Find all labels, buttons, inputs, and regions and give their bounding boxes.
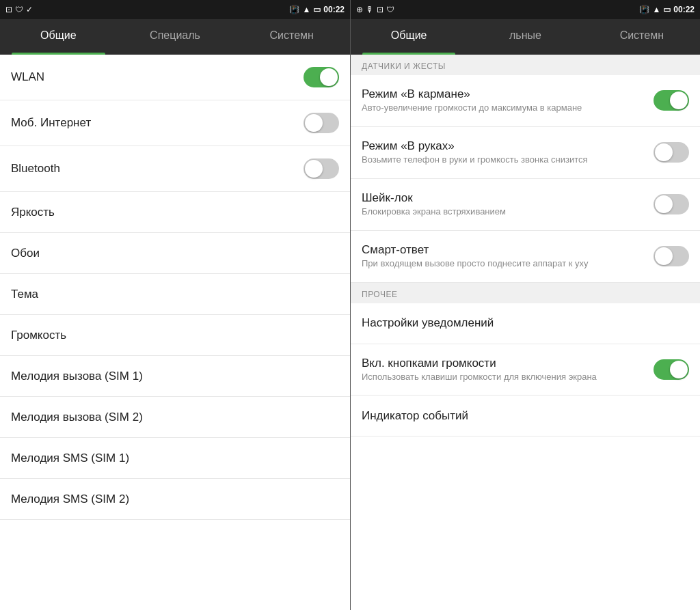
- section-sensors-header: ДАТЧИКИ И ЖЕСТЫ: [351, 55, 700, 75]
- vibrate2-icon: 📳: [639, 5, 649, 14]
- status-icons-right-left: ⊕ 🎙 ⊡ 🛡: [356, 5, 394, 14]
- setting-event-indicator[interactable]: Индикатор событий: [351, 396, 700, 436]
- tab-system-left[interactable]: Системн: [233, 19, 350, 55]
- status-icons-right: 📳 ▲ ▭ 00:22: [289, 5, 345, 14]
- pocket-mode-sublabel: Авто-увеличение громкости до максимума в…: [362, 102, 654, 114]
- volume-buttons-label: Вкл. кнопками громкости: [362, 357, 654, 370]
- settings-list-left: WLAN Моб. Интернет Bluetooth: [0, 55, 350, 610]
- setting-mob-internet[interactable]: Моб. Интернет: [0, 100, 350, 146]
- status-bar-left: ⊡ 🛡 ✓ 📳 ▲ ▭ 00:22: [0, 0, 350, 19]
- toggle-pocket-knob: [670, 92, 688, 109]
- tab-general-left[interactable]: Общие: [0, 19, 117, 55]
- setting-sms-sim1-label: Мелодия SMS (SIM 1): [11, 452, 339, 465]
- setting-mob-label: Моб. Интернет: [11, 116, 304, 130]
- setting-wallpaper-label: Обои: [11, 247, 339, 260]
- shield2-icon: 🛡: [386, 5, 394, 14]
- toggle-wlan[interactable]: [304, 67, 339, 87]
- toggle-volume-buttons-knob: [670, 361, 688, 378]
- tab-special-left[interactable]: Специаль: [117, 19, 234, 55]
- smart-answer-label: Смарт-ответ: [362, 243, 654, 257]
- toggle-smart-answer[interactable]: [654, 246, 689, 266]
- toggle-wlan-knob: [320, 68, 338, 86]
- setting-ringtone-sim2[interactable]: Мелодия вызова (SIM 2): [0, 397, 350, 438]
- time-right: 00:22: [673, 5, 695, 14]
- status-icons-left: ⊡ 🛡 ✓: [5, 5, 33, 14]
- tab-system-right[interactable]: Системн: [584, 19, 700, 55]
- toggle-bluetooth-knob: [305, 160, 323, 178]
- setting-volume-label: Громкость: [11, 329, 339, 342]
- toggle-mob-internet[interactable]: [304, 113, 339, 133]
- toggle-hand-mode[interactable]: [654, 142, 689, 163]
- wifi-icon: ▲: [302, 5, 310, 14]
- volume-buttons-sublabel: Использовать клавиши громкости для включ…: [362, 372, 654, 383]
- image-icon: ⊡: [377, 5, 383, 14]
- hand-mode-sublabel: Возьмите телефон в руки и громкость звон…: [362, 154, 654, 166]
- plus-icon: ⊕: [356, 5, 363, 14]
- setting-ringtone-sim1[interactable]: Мелодия вызова (SIM 1): [0, 356, 350, 397]
- time-left: 00:22: [323, 5, 345, 14]
- setting-ringtone-sim2-label: Мелодия вызова (SIM 2): [11, 411, 339, 424]
- setting-sms-sim2[interactable]: Мелодия SMS (SIM 2): [0, 479, 350, 520]
- smart-answer-sublabel: При входящем вызове просто поднесите апп…: [362, 258, 654, 270]
- status-icons-right-right: 📳 ▲ ▭ 00:22: [639, 5, 695, 14]
- toggle-mob-knob: [305, 114, 323, 132]
- toggle-volume-buttons[interactable]: [654, 359, 689, 380]
- section-other-header: ПРОЧЕЕ: [351, 283, 700, 303]
- vibrate-icon: 📳: [289, 5, 299, 14]
- battery-icon: ▭: [313, 5, 321, 14]
- setting-bluetooth-label: Bluetooth: [11, 162, 304, 176]
- toggle-bluetooth[interactable]: [304, 158, 339, 179]
- event-indicator-label: Индикатор событий: [362, 409, 689, 423]
- wifi2-icon: ▲: [652, 5, 660, 14]
- setting-brightness[interactable]: Яркость: [0, 192, 350, 233]
- tab-bar-right: Общие льные Системн: [351, 19, 700, 55]
- setting-theme-label: Тема: [11, 288, 339, 301]
- status-bar-right: ⊕ 🎙 ⊡ 🛡 📳 ▲ ▭ 00:22: [351, 0, 700, 19]
- screenshot-icon: ⊡: [5, 5, 12, 14]
- tab-special-right[interactable]: льные: [467, 19, 583, 55]
- left-panel: ⊡ 🛡 ✓ 📳 ▲ ▭ 00:22 Общие Специаль Системн…: [0, 0, 350, 610]
- check-icon: ✓: [26, 5, 33, 14]
- setting-hand-mode[interactable]: Режим «В руках» Возьмите телефон в руки …: [351, 127, 700, 179]
- setting-sms-sim1[interactable]: Мелодия SMS (SIM 1): [0, 438, 350, 479]
- shakelok-label: Шейк-лок: [362, 191, 654, 205]
- right-panel: ⊕ 🎙 ⊡ 🛡 📳 ▲ ▭ 00:22 Общие льные Системн …: [350, 0, 700, 610]
- setting-volume[interactable]: Громкость: [0, 315, 350, 356]
- setting-theme[interactable]: Тема: [0, 274, 350, 315]
- setting-bluetooth[interactable]: Bluetooth: [0, 146, 350, 192]
- mic-icon: 🎙: [366, 5, 374, 14]
- toggle-shakelok-knob: [655, 195, 673, 213]
- setting-smart-answer[interactable]: Смарт-ответ При входящем вызове просто п…: [351, 231, 700, 283]
- setting-wallpaper[interactable]: Обои: [0, 233, 350, 274]
- setting-sms-sim2-label: Мелодия SMS (SIM 2): [11, 493, 339, 506]
- notifications-label: Настройки уведомлений: [362, 316, 689, 330]
- hand-mode-label: Режим «В руках»: [362, 139, 654, 153]
- toggle-smart-answer-knob: [655, 247, 673, 265]
- toggle-pocket-mode[interactable]: [654, 90, 689, 111]
- shakelok-sublabel: Блокировка экрана встряхиванием: [362, 206, 654, 218]
- setting-pocket-mode[interactable]: Режим «В кармане» Авто-увеличение громко…: [351, 75, 700, 127]
- pocket-mode-label: Режим «В кармане»: [362, 87, 654, 101]
- toggle-shakelok[interactable]: [654, 194, 689, 214]
- setting-wlan-label: WLAN: [11, 70, 304, 84]
- setting-wlan[interactable]: WLAN: [0, 55, 350, 100]
- shield-icon: 🛡: [15, 5, 23, 14]
- setting-notifications[interactable]: Настройки уведомлений: [351, 303, 700, 344]
- battery2-icon: ▭: [663, 5, 671, 14]
- tab-bar-left: Общие Специаль Системн: [0, 19, 350, 55]
- setting-shakelok[interactable]: Шейк-лок Блокировка экрана встряхиванием: [351, 179, 700, 231]
- tab-general-right[interactable]: Общие: [351, 19, 467, 55]
- toggle-hand-knob: [655, 143, 673, 161]
- setting-ringtone-sim1-label: Мелодия вызова (SIM 1): [11, 370, 339, 383]
- setting-brightness-label: Яркость: [11, 206, 339, 219]
- setting-volume-buttons[interactable]: Вкл. кнопками громкости Использовать кла…: [351, 344, 700, 396]
- settings-list-right: ДАТЧИКИ И ЖЕСТЫ Режим «В кармане» Авто-у…: [351, 55, 700, 610]
